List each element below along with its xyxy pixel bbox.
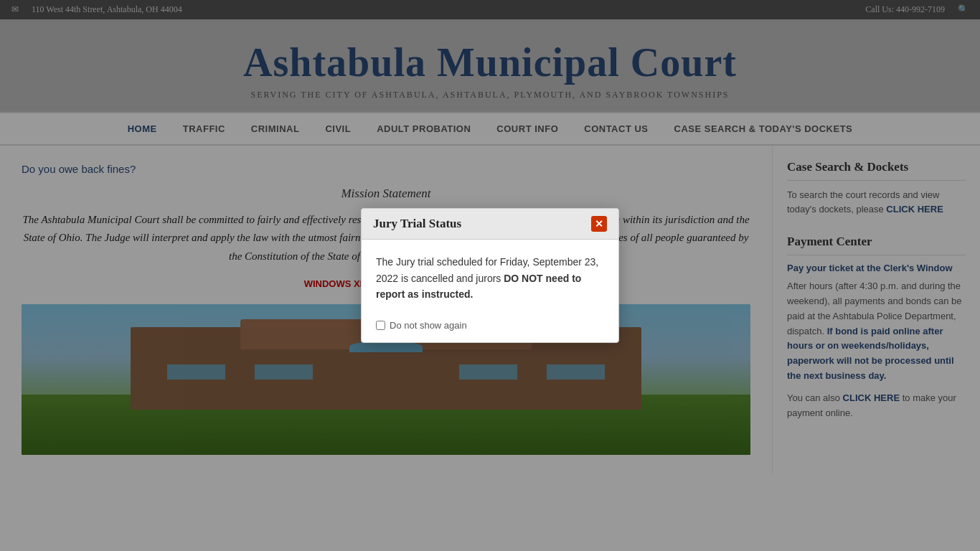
modal-overlay[interactable]: Jury Trial Status ✕ The Jury trial sched… [0, 0, 980, 476]
modal-header: Jury Trial Status ✕ [362, 209, 618, 240]
do-not-show-checkbox[interactable] [376, 321, 385, 330]
modal-footer: Do not show again [362, 314, 618, 342]
do-not-show-label[interactable]: Do not show again [376, 320, 467, 331]
modal-body-text: The Jury trial scheduled for Friday, Sep… [376, 254, 604, 302]
modal-body: The Jury trial scheduled for Friday, Sep… [362, 240, 618, 314]
modal-close-button[interactable]: ✕ [591, 216, 607, 232]
modal-title: Jury Trial Status [373, 217, 461, 231]
jury-trial-modal: Jury Trial Status ✕ The Jury trial sched… [361, 208, 619, 342]
